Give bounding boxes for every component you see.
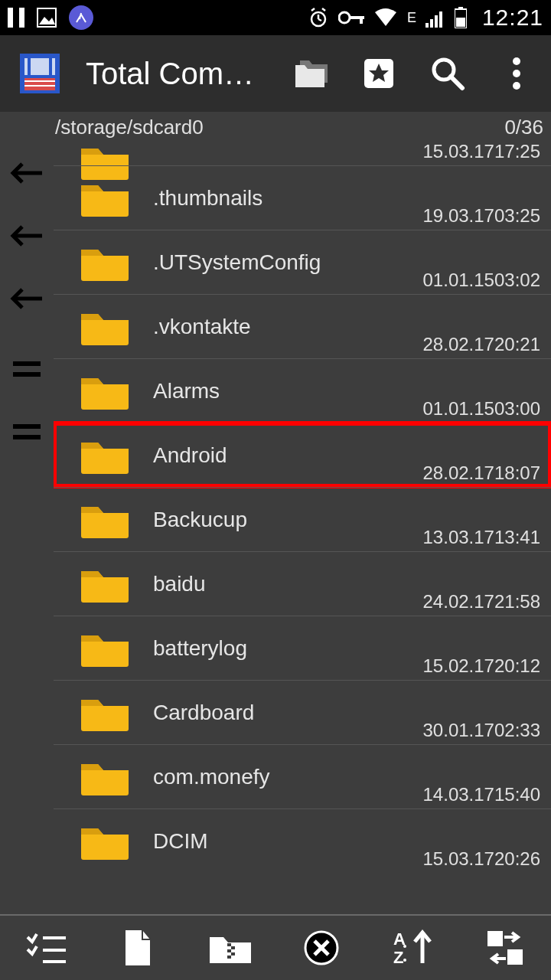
side-history-bar [0, 112, 54, 914]
file-meta: 15.03.1717:25 [423, 142, 540, 162]
list-item[interactable]: Cardboard30.01.1702:33 [54, 680, 551, 744]
search-icon[interactable] [430, 56, 465, 91]
select-button[interactable] [24, 926, 67, 969]
list-item[interactable]: DCIM15.03.1720:26 [54, 808, 551, 873]
svg-rect-37 [13, 372, 41, 377]
bookmark-icon[interactable] [361, 56, 396, 91]
folder-icon [78, 501, 132, 539]
zip-button[interactable] [208, 926, 251, 969]
svg-line-6 [311, 8, 315, 11]
file-date: 13.03.17 [423, 527, 494, 547]
file-time: 03:00 [494, 398, 540, 419]
file-panel: /storage/sdcard0 0/36 15.03.1717:25.thum… [54, 112, 551, 914]
file-meta: 24.02.1721:58 [423, 591, 540, 612]
file-date: 14.03.17 [423, 784, 494, 805]
file-meta: 15.03.1720:26 [423, 848, 540, 870]
wifi-icon [373, 8, 398, 28]
copy-move-button[interactable] [484, 926, 527, 969]
svg-point-30 [513, 57, 520, 65]
file-meta: 01.01.1503:02 [423, 270, 540, 291]
file-type: 15.03.1720:26 [423, 848, 540, 870]
file-type: 19.03.1703:25 [423, 205, 540, 227]
list-item[interactable]: Backucup13.03.1713:41 [54, 487, 551, 551]
list-item[interactable]: .thumbnails19.03.1703:25 [54, 165, 551, 230]
file-type: 28.02.1720:21 [423, 334, 540, 355]
svg-rect-10 [360, 16, 363, 24]
file-date: 28.02.17 [423, 334, 494, 354]
delete-button[interactable] [300, 926, 343, 969]
file-date: 19.03.17 [423, 205, 494, 226]
list-item[interactable]: .UTSystemConfig01.01.1503:02 [54, 230, 551, 294]
svg-point-31 [513, 70, 520, 77]
file-meta: 15.02.1720:12 [423, 655, 540, 677]
file-time: 20:21 [494, 334, 540, 354]
selection-counter: 0/36 [504, 116, 543, 139]
file-time: 03:02 [494, 270, 540, 290]
status-bar: E 12:21 [0, 0, 551, 35]
folder-icon [78, 372, 132, 410]
file-time: 18:07 [494, 462, 540, 483]
file-date: 15.03.17 [423, 142, 494, 162]
folder-icon [78, 436, 132, 475]
svg-point-8 [339, 12, 350, 23]
file-date: 15.03.17 [423, 848, 494, 869]
history-equals-icon[interactable] [8, 416, 45, 447]
list-item[interactable]: baidu24.02.1721:58 [54, 551, 551, 616]
history-back-arrow-icon[interactable] [8, 158, 45, 188]
svg-line-5 [318, 19, 321, 21]
svg-rect-22 [28, 58, 31, 75]
svg-line-7 [322, 8, 325, 11]
main-area: /storage/sdcard0 0/36 15.03.1717:25.thum… [0, 112, 551, 914]
bottom-toolbar: AZ [0, 914, 551, 980]
menu-overflow-icon[interactable] [499, 56, 534, 91]
file-date: 30.01.17 [423, 720, 494, 740]
svg-rect-56 [487, 931, 503, 946]
path-bar[interactable]: /storage/sdcard0 0/36 [54, 112, 551, 142]
list-item[interactable]: 15.03.1717:25 [54, 142, 551, 165]
new-file-button[interactable] [116, 926, 159, 969]
folder-icon [78, 694, 132, 732]
file-time: 17:25 [494, 142, 540, 162]
alarm-icon [308, 7, 329, 28]
svg-rect-47 [227, 956, 231, 959]
svg-rect-15 [439, 11, 442, 28]
file-type: 30.01.1702:33 [423, 720, 540, 741]
file-list[interactable]: 15.03.1717:25.thumbnails19.03.1703:25.UT… [54, 142, 551, 914]
history-back-arrow-icon[interactable] [8, 283, 45, 314]
file-type: 13.03.1713:41 [423, 527, 540, 548]
file-time: 15:40 [494, 784, 540, 805]
svg-rect-36 [13, 361, 41, 366]
file-meta: 19.03.1703:25 [423, 205, 540, 227]
svg-rect-45 [227, 949, 231, 952]
file-type: 15.02.1720:12 [423, 655, 540, 677]
file-date: 01.01.15 [423, 270, 494, 290]
folder-icon [78, 142, 132, 152]
list-item[interactable]: Alarms01.01.1503:00 [54, 358, 551, 423]
vpn-key-icon [338, 10, 364, 25]
svg-rect-39 [13, 435, 41, 439]
svg-rect-57 [507, 949, 523, 965]
sort-button[interactable]: AZ [392, 926, 435, 969]
file-type: 01.01.1503:02 [423, 270, 540, 291]
list-item[interactable]: Android28.02.1718:07 [54, 423, 551, 487]
folder-icon [78, 308, 132, 346]
history-equals-icon[interactable] [8, 354, 45, 384]
current-path: /storage/sdcard0 [55, 116, 204, 139]
svg-rect-0 [8, 8, 13, 28]
file-meta: 01.01.1503:00 [423, 398, 540, 420]
file-time: 13:41 [494, 527, 540, 547]
folder-icon [78, 822, 132, 861]
history-back-arrow-icon[interactable] [8, 220, 45, 251]
network-type: E [407, 10, 416, 26]
file-date: 15.02.17 [423, 655, 494, 676]
file-date: 28.02.17 [423, 462, 494, 483]
list-item[interactable]: batterylog15.02.1720:12 [54, 616, 551, 680]
signal-icon [425, 8, 445, 28]
folders-icon[interactable] [292, 56, 328, 91]
list-item[interactable]: com.monefy14.03.1715:40 [54, 744, 551, 808]
file-date: 01.01.15 [423, 398, 494, 419]
list-item[interactable]: .vkontakte28.02.1720:21 [54, 294, 551, 358]
file-meta: 14.03.1715:40 [423, 784, 540, 805]
svg-text:Z: Z [393, 948, 403, 966]
app-bar: Total Com… [0, 35, 551, 112]
